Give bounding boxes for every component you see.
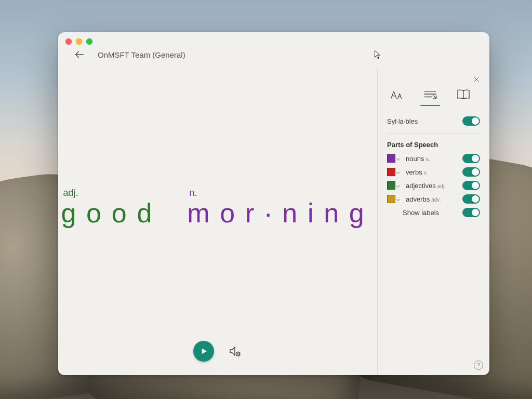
chevron-down-icon	[396, 197, 400, 201]
chevron-down-icon	[396, 156, 400, 160]
parts-of-speech-list: nounsn. verbsv. adjectivesadj. adverbsad…	[387, 153, 480, 218]
back-button[interactable]	[71, 46, 88, 63]
help-button[interactable]: ?	[474, 361, 483, 370]
reading-area: adj. good n. mor·ning	[58, 68, 377, 375]
pos-label: n.	[187, 188, 374, 198]
player-controls	[58, 341, 377, 362]
immersive-reader-window: OnMSFT Team (General) adj. good n. mor·n…	[58, 32, 489, 375]
window-maximize-button[interactable]	[86, 38, 92, 45]
show-labels-label: Show labels	[403, 209, 458, 217]
arrow-left-icon	[74, 49, 85, 60]
close-panel-button[interactable]	[471, 74, 482, 85]
voice-settings-button[interactable]	[228, 344, 242, 358]
color-swatch-verbs[interactable]	[387, 168, 395, 176]
show-labels-toggle[interactable]	[462, 208, 480, 217]
window-traffic-lights	[65, 38, 92, 45]
svg-line-11	[240, 352, 240, 353]
window-minimize-button[interactable]	[76, 38, 82, 45]
show-labels-row: Show labels	[387, 207, 480, 218]
pos-label-adjectives: adjectivesadj.	[406, 182, 458, 190]
close-icon	[473, 76, 480, 83]
pos-row-adjectives: adjectivesadj.	[387, 180, 480, 191]
svg-line-9	[240, 355, 240, 356]
pos-label-verbs: verbsv.	[406, 168, 458, 176]
play-button[interactable]	[193, 341, 214, 362]
pos-row-nouns: nounsn.	[387, 153, 480, 164]
pos-toggle-adjectives[interactable]	[462, 181, 480, 190]
panel-tabs	[388, 87, 480, 102]
syllables-row: Syl·la·bles	[387, 113, 480, 129]
tab-reading-preferences[interactable]	[455, 87, 472, 102]
pos-label-nouns: nounsn.	[406, 155, 458, 163]
svg-marker-1	[202, 349, 207, 354]
tab-text-preferences[interactable]	[388, 87, 406, 102]
word-morning: n. mor·ning	[187, 188, 374, 227]
pos-toggle-nouns[interactable]	[462, 154, 480, 163]
color-swatch-adjectives[interactable]	[387, 181, 395, 190]
chevron-down-icon	[396, 170, 400, 174]
svg-point-3	[237, 353, 240, 355]
word-good: adj. good	[61, 188, 162, 227]
svg-line-8	[236, 352, 237, 353]
word-text: mor·ning	[187, 200, 374, 227]
pos-toggle-adverbs[interactable]	[462, 194, 480, 204]
page-title: OnMSFT Team (General)	[98, 50, 185, 59]
play-icon	[200, 347, 208, 355]
color-swatch-adverbs[interactable]	[387, 195, 395, 203]
pos-label: adj.	[61, 188, 162, 198]
tab-grammar-options[interactable]	[421, 87, 439, 102]
pos-label-adverbs: adverbsadv.	[406, 195, 458, 203]
speaker-gear-icon	[229, 345, 241, 357]
book-icon	[457, 89, 470, 100]
pos-toggle-verbs[interactable]	[462, 167, 480, 177]
color-swatch-nouns[interactable]	[387, 154, 395, 163]
pos-row-verbs: verbsv.	[387, 166, 480, 178]
grammar-options-panel: Syl·la·bles Parts of Speech nounsn. verb…	[377, 68, 489, 375]
text-size-icon	[390, 89, 404, 100]
header-bar: OnMSFT Team (General)	[58, 32, 489, 68]
word-text: good	[61, 200, 162, 227]
chevron-down-icon	[396, 183, 400, 187]
phrase: adj. good n. mor·ning	[61, 188, 374, 227]
pos-row-adverbs: adverbsadv.	[387, 193, 480, 205]
syllables-label: Syl·la·bles	[387, 117, 418, 125]
svg-marker-2	[230, 347, 235, 355]
parts-of-speech-title: Parts of Speech	[387, 141, 480, 149]
syllables-toggle[interactable]	[462, 116, 480, 126]
window-close-button[interactable]	[65, 38, 72, 45]
help-icon: ?	[477, 362, 480, 368]
grammar-lines-icon	[423, 89, 437, 100]
svg-line-10	[236, 355, 237, 356]
divider	[387, 133, 480, 134]
